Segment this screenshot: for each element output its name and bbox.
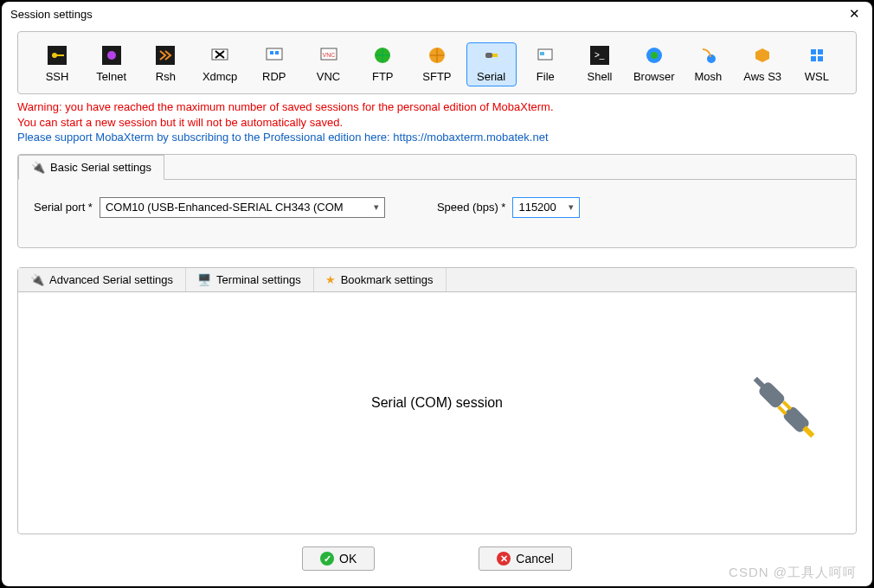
svg-rect-9 [275, 51, 279, 54]
type-rsh[interactable]: Rsh [140, 42, 190, 86]
chevron-down-icon: ▾ [563, 201, 579, 213]
ok-button[interactable]: ✓ OK [302, 546, 375, 571]
tab-terminal-settings[interactable]: 🖥️ Terminal settings [185, 268, 314, 291]
svg-text:>_: >_ [594, 50, 605, 60]
type-browser[interactable]: Browser [629, 42, 679, 86]
svg-rect-28 [754, 377, 766, 389]
titlebar: Session settings ✕ [2, 2, 872, 26]
svg-point-22 [707, 54, 716, 63]
warning-block: Warning: you have reached the maximum nu… [17, 99, 857, 145]
key-icon [48, 46, 67, 65]
speed-field: Speed (bps) * 115200 ▾ [437, 197, 581, 218]
star-icon: ★ [325, 273, 336, 286]
svg-rect-32 [802, 426, 814, 438]
wsl-icon [807, 46, 826, 65]
browser-icon [645, 46, 664, 65]
session-settings-dialog: Session settings ✕ SSH Telnet Rsh Xdmcp [0, 0, 874, 588]
tab-label: Terminal settings [216, 273, 301, 286]
window-title: Session settings [10, 8, 93, 21]
type-wsl[interactable]: WSL [792, 42, 842, 86]
type-aws-s3[interactable]: Aws S3 [737, 42, 787, 86]
rdp-icon [265, 46, 284, 65]
type-ftp[interactable]: FTP [357, 42, 408, 86]
serial-icon [482, 46, 501, 65]
type-label: FTP [372, 70, 394, 83]
speed-combo[interactable]: 115200 ▾ [512, 197, 580, 218]
serial-port-combo[interactable]: COM10 (USB-Enhanced-SERIAL CH343 (COM ▾ [100, 197, 385, 218]
aws-icon [753, 46, 772, 65]
svg-rect-31 [777, 406, 787, 415]
type-mosh[interactable]: Mosh [683, 42, 733, 86]
type-label: Telnet [96, 70, 126, 83]
type-xdmcp[interactable]: Xdmcp [195, 42, 245, 86]
cancel-button[interactable]: ✕ Cancel [479, 546, 572, 571]
svg-rect-26 [818, 56, 823, 61]
type-label: Aws S3 [743, 70, 781, 83]
terminal-icon: 🖥️ [197, 273, 211, 286]
session-type-bar: SSH Telnet Rsh Xdmcp RDP VNC VNC [17, 31, 857, 94]
file-icon [536, 46, 555, 65]
serial-small-icon: 🔌 [30, 273, 44, 286]
svg-rect-30 [782, 401, 792, 411]
vnc-icon: VNC [319, 46, 338, 65]
type-label: Serial [477, 70, 505, 83]
serial-port-field: Serial port * COM10 (USB-Enhanced-SERIAL… [34, 197, 385, 218]
svg-rect-7 [267, 48, 282, 60]
svg-point-4 [107, 51, 116, 60]
close-icon[interactable]: ✕ [845, 6, 864, 22]
type-telnet[interactable]: Telnet [87, 42, 137, 86]
svg-point-21 [651, 52, 658, 59]
type-label: Xdmcp [202, 70, 237, 83]
tab-bookmark-settings[interactable]: ★ Bookmark settings [313, 268, 447, 291]
basic-tab-body: Serial port * COM10 (USB-Enhanced-SERIAL… [18, 179, 856, 247]
type-sftp[interactable]: SFTP [412, 42, 462, 86]
svg-rect-15 [492, 54, 498, 57]
type-ssh[interactable]: SSH [32, 42, 82, 86]
advanced-tab-body: Serial (COM) session [18, 291, 856, 527]
sftp-icon [427, 46, 447, 65]
type-label: Mosh [695, 70, 723, 83]
session-type-title: Serial (COM) session [371, 395, 503, 411]
type-label: SSH [46, 70, 69, 83]
svg-rect-17 [540, 52, 544, 55]
cancel-label: Cancel [516, 552, 554, 566]
dialog-content: SSH Telnet Rsh Xdmcp RDP VNC VNC [2, 26, 872, 586]
tab-label: Basic Serial settings [50, 161, 151, 174]
advanced-tabset: 🔌 Advanced Serial settings 🖥️ Terminal s… [17, 267, 857, 534]
type-vnc[interactable]: VNC VNC [304, 42, 354, 86]
basic-settings-tabset: 🔌 Basic Serial settings Serial port * CO… [17, 154, 857, 248]
support-link[interactable]: Please support MobaXterm by subscribing … [17, 130, 857, 145]
type-serial[interactable]: Serial [466, 42, 517, 86]
type-label: RDP [262, 70, 286, 83]
serial-port-value: COM10 (USB-Enhanced-SERIAL CH343 (COM [106, 201, 369, 214]
ftp-icon [373, 46, 392, 65]
tab-basic-serial[interactable]: 🔌 Basic Serial settings [18, 155, 164, 180]
type-label: Shell [588, 70, 613, 83]
svg-rect-23 [811, 49, 816, 54]
cross-icon: ✕ [497, 552, 511, 566]
type-label: Browser [633, 70, 675, 83]
tab-advanced-serial[interactable]: 🔌 Advanced Serial settings [18, 268, 186, 291]
speed-label: Speed (bps) * [437, 201, 506, 214]
mosh-icon [698, 46, 717, 65]
svg-rect-25 [811, 56, 816, 61]
warning-line2: You can start a new session but it will … [17, 115, 857, 131]
type-rdp[interactable]: RDP [249, 42, 299, 86]
telnet-icon [102, 46, 121, 65]
svg-text:VNC: VNC [322, 52, 335, 58]
serial-port-label: Serial port * [34, 201, 93, 214]
shell-icon: >_ [590, 46, 609, 65]
rsh-icon [156, 46, 175, 65]
chevron-down-icon: ▾ [369, 201, 384, 213]
type-label: Rsh [156, 70, 176, 83]
serial-small-icon: 🔌 [31, 161, 45, 174]
type-label: File [537, 70, 555, 83]
svg-rect-2 [56, 54, 64, 56]
speed-value: 115200 [518, 201, 563, 214]
tab-label: Advanced Serial settings [49, 273, 173, 286]
svg-rect-24 [818, 49, 823, 54]
type-shell[interactable]: >_ Shell [575, 42, 625, 86]
plug-large-icon [736, 360, 832, 458]
type-file[interactable]: File [520, 42, 570, 86]
tab-label: Bookmark settings [341, 273, 434, 286]
